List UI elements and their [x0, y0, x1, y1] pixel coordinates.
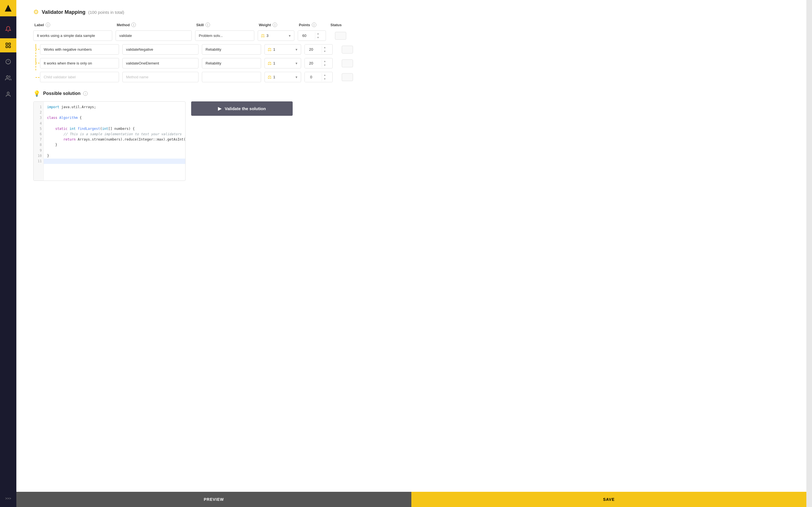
child1-method-field	[122, 44, 199, 55]
table-header: Label i Method i Skill i Weight i Points…	[33, 22, 790, 27]
child2-skill-field	[202, 58, 261, 68]
svg-rect-3	[9, 43, 10, 45]
validator-rows-container: ⚖ 3 ▼ ▲ ▼	[33, 31, 790, 82]
child1-weight-chevron: ▼	[295, 48, 298, 51]
child3-skill-field	[202, 72, 261, 82]
bulb-icon: 💡	[33, 90, 40, 97]
children-rows: ⚖ 1 ▼ ▲ ▼	[40, 44, 790, 82]
parent-points-arrows: ▲ ▼	[315, 32, 321, 40]
sidebar-expand-button[interactable]: >>>	[0, 494, 16, 504]
child1-points-down[interactable]: ▼	[322, 50, 327, 54]
parent-points-up[interactable]: ▲	[315, 32, 321, 36]
sidebar-icon-user[interactable]	[0, 87, 16, 101]
child3-method-field	[122, 72, 199, 82]
child2-method-input[interactable]	[122, 58, 199, 68]
sidebar-icon-chart[interactable]	[0, 38, 16, 52]
parent-points-down[interactable]: ▼	[315, 36, 321, 40]
skill-info-icon[interactable]: i	[206, 22, 210, 27]
child1-skill-field	[202, 44, 261, 55]
method-info-icon[interactable]: i	[132, 22, 136, 27]
sidebar-icon-alert[interactable]	[0, 55, 16, 69]
parent-points-input[interactable]	[298, 31, 315, 41]
parent-status-field	[329, 32, 352, 40]
children-section: ⚖ 1 ▼ ▲ ▼	[33, 44, 790, 82]
child3-points-input[interactable]	[305, 72, 322, 82]
child3-weight-field[interactable]: ⚖ 1 ▼	[264, 72, 301, 82]
child1-points-field: ▲ ▼	[305, 44, 333, 55]
preview-button[interactable]: PREVIEW	[16, 492, 411, 507]
child1-points-input[interactable]	[305, 45, 322, 54]
sidebar-logo[interactable]	[0, 0, 16, 16]
child2-points-input[interactable]	[305, 58, 322, 68]
code-content[interactable]: import java.util.Arrays; class Algorithm…	[44, 102, 186, 180]
solution-info-icon[interactable]: i	[83, 91, 88, 96]
child3-skill-input[interactable]	[202, 72, 261, 82]
parent-method-input[interactable]	[116, 31, 192, 41]
svg-rect-5	[9, 46, 10, 48]
child1-method-input[interactable]	[122, 44, 199, 55]
child2-method-field	[122, 58, 199, 68]
child2-skill-input[interactable]	[202, 58, 261, 68]
parent-weight-field[interactable]: ⚖ 3 ▼	[258, 31, 294, 41]
child1-skill-input[interactable]	[202, 44, 261, 55]
child3-status-box	[342, 73, 353, 81]
child3-points-down[interactable]: ▼	[322, 77, 327, 81]
sidebar: >>>	[0, 0, 16, 507]
child2-weight-chevron: ▼	[295, 62, 298, 65]
main-content: ⚙ Validator Mapping (100 points in total…	[16, 0, 806, 507]
validate-button-label: Validate the solution	[225, 106, 266, 111]
weight-chevron-icon: ▼	[288, 34, 291, 38]
child-row-2: ⚖ 1 ▼ ▲ ▼	[40, 58, 790, 68]
line-numbers: 1 2 3 4 5 6 7 8 9 10 11	[34, 102, 44, 180]
parent-status-box	[335, 32, 346, 40]
child3-weight-scale-icon: ⚖	[267, 74, 271, 80]
parent-label-field	[33, 31, 112, 41]
child3-method-input[interactable]	[122, 72, 199, 82]
child2-points-down[interactable]: ▼	[322, 63, 327, 67]
col-header-skill: Skill i	[196, 22, 255, 27]
child3-label-input[interactable]	[40, 72, 119, 82]
col-header-points: Points i	[299, 22, 327, 27]
child1-points-arrows: ▲ ▼	[322, 46, 327, 54]
weight-scale-icon: ⚖	[261, 33, 265, 38]
parent-skill-field	[195, 31, 254, 41]
sidebar-icon-bell[interactable]	[0, 22, 16, 36]
parent-skill-input[interactable]	[195, 31, 254, 41]
child2-points-up[interactable]: ▲	[322, 59, 327, 63]
child3-weight-chevron: ▼	[295, 75, 298, 79]
child2-status-field	[336, 59, 359, 67]
section-title: Validator Mapping	[42, 9, 86, 15]
validator-mapping-header: ⚙ Validator Mapping (100 points in total…	[33, 8, 790, 16]
right-scrollbar-panel	[806, 0, 812, 507]
child3-points-up[interactable]: ▲	[322, 73, 327, 77]
points-info-icon[interactable]: i	[312, 22, 316, 27]
connector-column	[33, 44, 40, 82]
parent-row: ⚖ 3 ▼ ▲ ▼	[33, 31, 790, 41]
play-icon: ▶	[218, 106, 221, 111]
child1-label-field	[40, 44, 119, 55]
svg-point-10	[7, 92, 9, 94]
section-subtitle: (100 points in total)	[88, 10, 124, 15]
solution-body: 1 2 3 4 5 6 7 8 9 10 11 import java	[33, 101, 790, 181]
child1-weight-field[interactable]: ⚖ 1 ▼	[264, 44, 301, 55]
child1-points-up[interactable]: ▲	[322, 46, 327, 50]
gear-icon: ⚙	[33, 8, 39, 16]
validate-solution-button[interactable]: ▶ Validate the solution	[191, 101, 293, 116]
child1-label-input[interactable]	[40, 44, 119, 55]
child-row-1: ⚖ 1 ▼ ▲ ▼	[40, 44, 790, 55]
child2-label-input[interactable]	[40, 58, 119, 68]
svg-rect-4	[6, 46, 8, 48]
save-button[interactable]: SAVE	[411, 492, 806, 507]
child1-status-box	[342, 46, 353, 54]
label-info-icon[interactable]: i	[46, 22, 50, 27]
weight-info-icon[interactable]: i	[273, 22, 277, 27]
child2-label-field	[40, 58, 119, 68]
bottom-bar: PREVIEW SAVE	[16, 492, 806, 507]
code-lines: 1 2 3 4 5 6 7 8 9 10 11 import java	[34, 102, 185, 180]
solution-section: 💡 Possible solution i 1 2 3 4 5 6 7	[33, 90, 790, 181]
sidebar-icon-users[interactable]	[0, 71, 16, 85]
solution-header: 💡 Possible solution i	[33, 90, 790, 97]
child1-weight-value: 1	[273, 47, 293, 52]
child2-weight-field[interactable]: ⚖ 1 ▼	[264, 58, 301, 68]
parent-label-input[interactable]	[33, 31, 112, 41]
